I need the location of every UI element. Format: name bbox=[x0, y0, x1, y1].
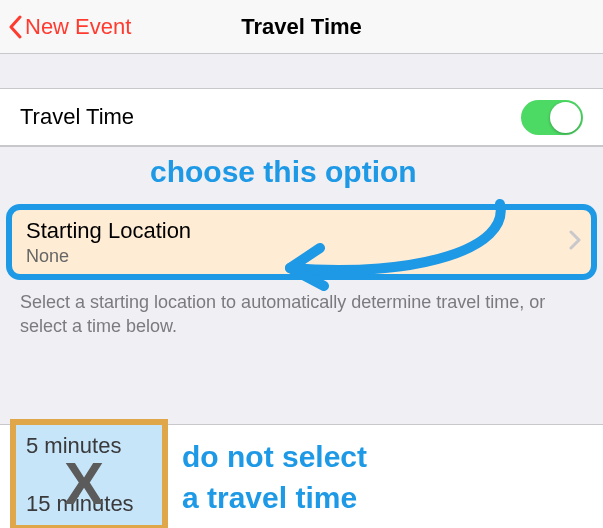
travel-time-row: Travel Time bbox=[0, 88, 603, 146]
annotation-x-box: 5 minutes 15 minutes X bbox=[10, 419, 168, 528]
travel-time-label: Travel Time bbox=[20, 104, 134, 130]
chevron-right-icon bbox=[569, 230, 581, 254]
back-button[interactable]: New Event bbox=[8, 14, 131, 40]
back-label: New Event bbox=[25, 14, 131, 40]
page-title: Travel Time bbox=[241, 14, 362, 40]
navigation-bar: New Event Travel Time bbox=[0, 0, 603, 54]
annotation-dont-text: do not select a travel time bbox=[182, 437, 367, 518]
help-text: Select a starting location to automatica… bbox=[0, 280, 603, 339]
time-options-section: 5 minutes 15 minutes X do not select a t… bbox=[0, 424, 603, 528]
starting-location-label: Starting Location bbox=[26, 218, 577, 244]
starting-location-row[interactable]: Starting Location None bbox=[6, 204, 597, 280]
starting-location-value: None bbox=[26, 246, 577, 267]
chevron-left-icon bbox=[8, 15, 23, 39]
annotation-choose-text: choose this option bbox=[150, 155, 417, 189]
travel-time-toggle[interactable] bbox=[521, 100, 583, 135]
annotation-x-mark: X bbox=[64, 449, 104, 518]
toggle-knob bbox=[550, 102, 581, 133]
annotation-area: choose this option bbox=[0, 146, 603, 204]
